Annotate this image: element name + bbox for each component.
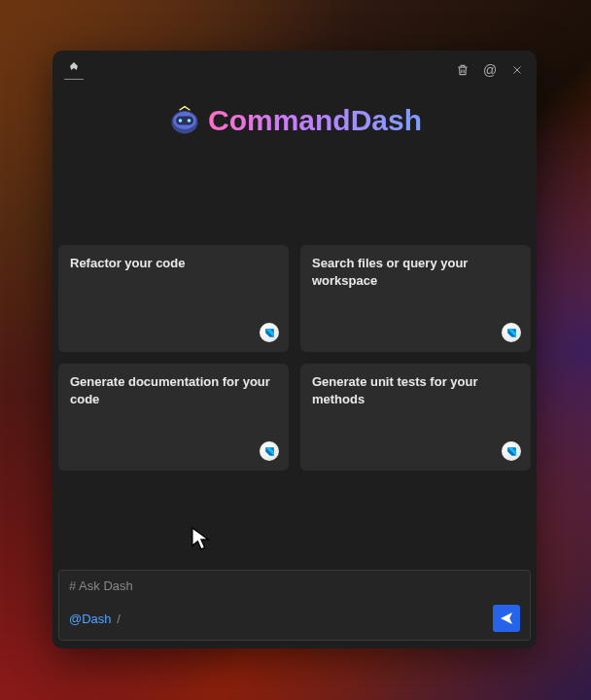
header-left [64, 60, 84, 80]
close-icon [511, 64, 523, 76]
panel-header: @ [52, 51, 537, 86]
input-placeholder: # Ask Dash [69, 578, 520, 593]
brand-logo-icon [167, 103, 202, 138]
dart-icon [260, 323, 279, 342]
card-label: Generate documentation for your code [70, 374, 270, 406]
card-search[interactable]: Search files or query your workspace [300, 245, 531, 352]
brand: CommandDash [52, 103, 537, 138]
slash-text: / [117, 612, 121, 626]
dart-icon [260, 441, 279, 461]
dart-icon [502, 323, 521, 342]
card-label: Refactor your code [70, 256, 185, 270]
brand-title: CommandDash [208, 104, 422, 137]
card-label: Search files or query your workspace [312, 256, 468, 288]
app-tab-icon[interactable] [64, 60, 84, 80]
send-icon [499, 611, 514, 626]
card-refactor[interactable]: Refactor your code [58, 245, 289, 352]
mention-button[interactable]: @ [482, 62, 498, 78]
card-label: Generate unit tests for your methods [312, 374, 477, 406]
mention-tag[interactable]: @Dash / [69, 612, 121, 626]
card-docs[interactable]: Generate documentation for your code [58, 364, 289, 471]
chat-input[interactable]: # Ask Dash @Dash / [58, 570, 531, 641]
card-tests[interactable]: Generate unit tests for your methods [300, 364, 531, 471]
suggestion-grid: Refactor your code Search files or query… [52, 245, 537, 471]
mention-text: @Dash [69, 612, 112, 626]
trash-button[interactable] [455, 62, 470, 78]
close-button[interactable] [509, 62, 525, 78]
trash-icon [456, 63, 469, 77]
input-row: @Dash / [69, 605, 520, 632]
send-button[interactable] [493, 605, 520, 632]
svg-point-4 [188, 119, 191, 122]
dart-icon [502, 441, 521, 461]
svg-rect-2 [176, 117, 193, 125]
robot-icon [66, 60, 82, 76]
command-dash-panel: @ CommandDash Refactor your code [52, 51, 537, 648]
header-actions: @ [455, 62, 525, 78]
svg-point-3 [179, 119, 183, 122]
